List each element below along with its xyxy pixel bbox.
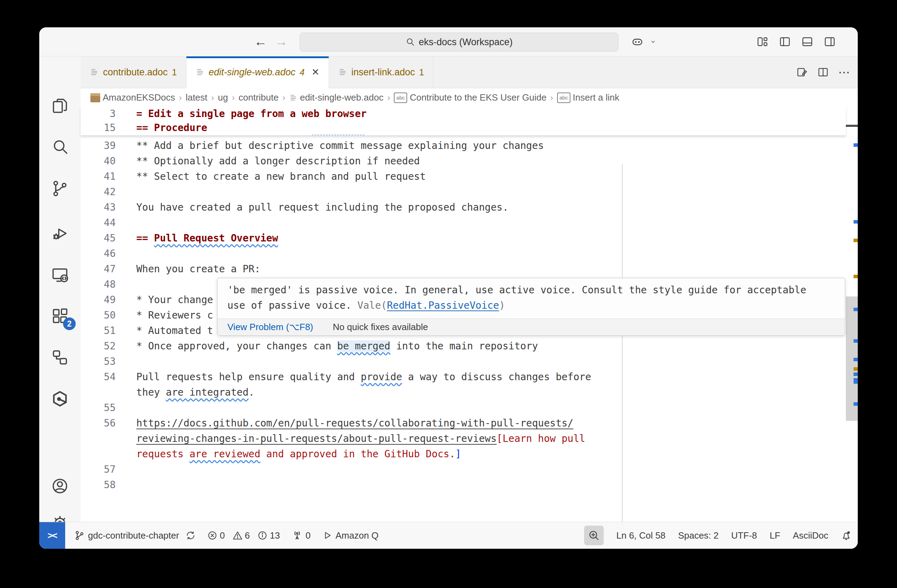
title-bar: ← → eks-docs (Workspace) [39, 28, 858, 57]
run-debug-icon[interactable] [39, 217, 81, 250]
indentation-item[interactable]: Spaces: 2 [678, 530, 719, 541]
sync-icon [186, 531, 196, 541]
command-center-search[interactable]: eks-docs (Workspace) [300, 32, 618, 52]
source-control-icon[interactable] [39, 172, 81, 205]
open-changes-icon[interactable] [796, 66, 808, 78]
line-number: 40 [81, 153, 116, 169]
zoom-status-item[interactable] [584, 526, 604, 545]
overview-warning-marker [854, 367, 858, 371]
overview-cursor-marker [846, 125, 858, 127]
package-icon [90, 93, 100, 102]
line-number: 45 [81, 231, 116, 246]
eol-item[interactable]: LF [770, 530, 780, 541]
split-editor-icon[interactable] [817, 66, 829, 78]
more-actions-icon[interactable]: ⋯ [838, 65, 851, 79]
editor-tab[interactable]: insert-link.adoc 1 [329, 57, 433, 88]
line-number: 43 [81, 200, 116, 215]
editor-ruler [622, 164, 623, 522]
editor-tab[interactable]: contribute.adoc 1 [81, 57, 187, 88]
extensions-icon[interactable]: 2 [39, 299, 81, 333]
code-line: 53 [81, 354, 858, 369]
back-icon[interactable]: ← [254, 28, 267, 56]
search-view-icon[interactable] [39, 130, 81, 164]
line-number: 42 [81, 184, 116, 200]
problems-status-item[interactable]: 0 6 13 [207, 530, 280, 541]
code-line: 44 [81, 215, 858, 231]
overview-info-marker [854, 402, 858, 406]
breadcrumb: AmazonEKSDocs › latest › ug › contribute… [81, 88, 858, 107]
sticky-scroll: 3= Edit a single page from a web browser… [81, 107, 846, 135]
cursor-position-item[interactable]: Ln 6, Col 58 [616, 530, 665, 541]
code-line: 41** Select to create a new branch and p… [81, 169, 858, 184]
breadcrumb-item[interactable]: ug [218, 92, 228, 103]
breadcrumb-item[interactable]: latest [186, 92, 207, 103]
code-line: 45== Pull Request Overview [81, 231, 858, 246]
line-number: 39 [81, 138, 116, 153]
linked-symbols-icon[interactable] [39, 341, 81, 374]
sticky-line[interactable]: 15== Procedure [81, 121, 846, 135]
status-bar: >< gdc-contribute-chapter 0 6 13 0 [39, 522, 858, 549]
editor-tab[interactable]: edit-single-web.adoc 4 ✕ [187, 57, 329, 88]
forward-icon: → [275, 28, 288, 56]
branch-status-item[interactable]: gdc-contribute-chapter [74, 530, 196, 541]
tab-bar-actions: ⋯ [796, 57, 858, 88]
overview-info-marker [854, 220, 858, 224]
code-line: 42 [81, 184, 858, 200]
remote-indicator[interactable]: >< [39, 522, 65, 549]
line-number: 53 [81, 354, 116, 369]
encoding-item[interactable]: UTF-8 [731, 530, 757, 541]
code-line: 43You have created a pull request includ… [81, 200, 858, 215]
diagnostic-message-line2: use of passive voice. Vale(RedHat.Passiv… [227, 298, 845, 313]
diagnostic-source-link[interactable]: RedHat.PassiveVoice [387, 300, 499, 311]
zoom-in-icon [588, 530, 600, 541]
overview-info-marker [854, 339, 858, 343]
activity-bar: 2 [39, 57, 81, 522]
symbol-string-icon: abc [557, 92, 571, 103]
occluded-squiggle-fragment [312, 132, 364, 136]
sticky-line[interactable]: 3= Edit a single page from a web browser [81, 107, 846, 121]
overview-info-marker [854, 143, 858, 147]
code-line: they are integrated. [81, 385, 858, 400]
breadcrumb-item[interactable]: edit-single-web.adoc [289, 92, 383, 103]
tab-label: edit-single-web.adoc [209, 67, 296, 78]
explorer-icon[interactable] [39, 89, 81, 122]
amazon-q-status-item[interactable]: Amazon Q [322, 530, 378, 541]
tab-bar: contribute.adoc 1 edit-single-web.adoc 4… [81, 57, 858, 88]
customize-layout-icon[interactable] [756, 35, 769, 48]
language-mode-item[interactable]: AsciiDoc [793, 530, 828, 541]
code-line: 57 [81, 462, 858, 477]
line-number: 44 [81, 215, 116, 231]
view-problem-link[interactable]: View Problem (⌥F8) [227, 322, 313, 332]
notifications-bell-icon[interactable] [841, 530, 851, 541]
overview-info-marker [854, 358, 858, 361]
breadcrumb-item[interactable]: abc Insert a link [557, 92, 620, 103]
toggle-panel-icon[interactable] [801, 35, 814, 48]
adoc-file-icon [90, 67, 99, 77]
overview-warning-marker [854, 275, 858, 278]
hexagon-tool-icon[interactable] [39, 382, 81, 416]
line-number: 58 [81, 477, 116, 493]
breadcrumb-item[interactable]: abc Contribute to the EKS User Guide [394, 92, 546, 103]
line-number: 50 [81, 308, 116, 323]
broadcast-status-item[interactable]: 0 [292, 530, 311, 541]
toggle-secondary-sidebar-icon[interactable] [824, 35, 836, 48]
adoc-file-icon [338, 67, 347, 77]
extensions-badge: 2 [63, 317, 76, 330]
tab-problem-count: 4 [300, 67, 305, 77]
breadcrumb-separator: › [211, 93, 215, 103]
git-branch-icon [74, 530, 85, 541]
code-line: 56https://docs.github.com/en/pull-reques… [81, 416, 858, 431]
breadcrumb-separator: › [550, 93, 554, 103]
close-tab-icon[interactable]: ✕ [311, 67, 320, 78]
breadcrumb-item[interactable]: AmazonEKSDocs [90, 92, 175, 103]
account-icon[interactable] [39, 469, 81, 503]
breadcrumb-separator: › [231, 93, 236, 103]
copilot-menu[interactable] [631, 28, 657, 56]
tab-problem-count: 1 [419, 67, 424, 77]
toggle-sidebar-icon[interactable] [779, 35, 791, 48]
remote-explorer-icon[interactable] [39, 258, 81, 291]
code-line: 54Pull requests help ensure quality and … [81, 369, 858, 385]
breadcrumb-item[interactable]: contribute [239, 92, 279, 103]
overview-info-marker [854, 378, 858, 384]
breadcrumb-separator: › [178, 93, 182, 103]
